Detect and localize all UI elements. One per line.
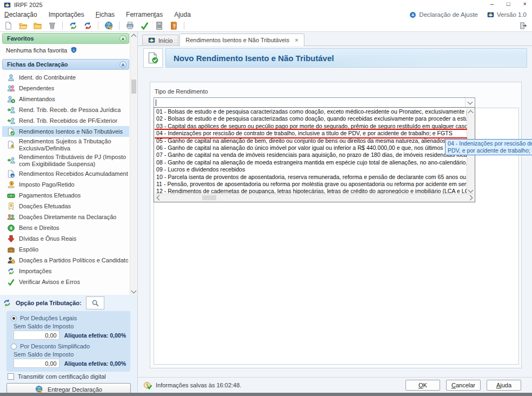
dropdown-item-11[interactable]: 11 - Pensão, proventos de aposentadoria … bbox=[155, 181, 467, 188]
certificacao-label: Transmitir com certificação digital bbox=[18, 373, 106, 380]
sidebar-item-importacoes[interactable]: Importações bbox=[2, 266, 129, 276]
tipo-rendimento-combobox[interactable] bbox=[154, 97, 475, 108]
doc-check-icon bbox=[7, 128, 15, 136]
sidebar-item-imposto-pago[interactable]: $Imposto Pago/Retido bbox=[2, 179, 129, 190]
tab-close-icon[interactable]: × bbox=[295, 37, 298, 43]
calculator-button[interactable] bbox=[153, 20, 165, 31]
help-book-icon: ? bbox=[169, 21, 178, 30]
saldo-input-1[interactable]: 0,00 bbox=[14, 331, 59, 340]
dropdown-hscroll-thumb[interactable] bbox=[202, 195, 216, 200]
menu-fichas[interactable]: Fichas bbox=[96, 11, 115, 18]
radio-button-unselected[interactable] bbox=[11, 344, 17, 349]
dropdown-item-03[interactable]: 03 - Capital das apólices de seguro ou p… bbox=[155, 123, 467, 130]
radio-desconto-simplificado[interactable]: Por Desconto Simplificado bbox=[11, 343, 126, 349]
saldo-input-2[interactable]: 0,00 bbox=[14, 359, 59, 368]
maximize-button[interactable]: □ bbox=[507, 1, 510, 7]
svg-text:i: i bbox=[74, 48, 75, 52]
dropdown-item-08[interactable]: 08 - Ganho de capital na alienação de mo… bbox=[155, 159, 467, 166]
collapse-favorites-icon[interactable] bbox=[119, 35, 127, 42]
dropdown-scroll-up-icon[interactable] bbox=[467, 108, 474, 115]
sidebar-item-dependentes[interactable]: Dependentes bbox=[2, 83, 129, 94]
new-declaration-button[interactable] bbox=[2, 20, 14, 31]
dropdown-item-02[interactable]: 02 - Bolsas de estudo e de pesquisa cara… bbox=[155, 115, 467, 122]
help-button[interactable]: ? bbox=[168, 20, 179, 31]
sidebar-item-doacoes-declaracao[interactable]: Doações Diretamente na Declaração bbox=[2, 212, 129, 222]
opcao-tributacao-bar: Opção pela Tributação: bbox=[0, 296, 137, 310]
radio-button-selected[interactable] bbox=[11, 315, 17, 321]
dropdown-item-06[interactable]: 06 - Ganho de capital na alienação do ún… bbox=[155, 144, 467, 151]
sidebar-item-rend-pj[interactable]: Rend. Trib. Receb. de Pessoa Jurídica bbox=[2, 104, 129, 115]
menu-importacoes[interactable]: Importações bbox=[49, 11, 84, 18]
dropdown-scroll-right-icon[interactable] bbox=[467, 194, 474, 201]
minimize-button[interactable]: – bbox=[490, 1, 494, 7]
sidebar-item-bens-direitos[interactable]: $Bens e Direitos bbox=[2, 222, 129, 233]
exit-door-icon bbox=[518, 21, 528, 30]
sidebar-item-rend-pf-exterior[interactable]: Rend. Trib. Recebidos de PF/Exterior bbox=[2, 115, 129, 126]
favorites-empty-row: Nenhuma ficha favorita i bbox=[6, 47, 77, 54]
open-declaration-button[interactable] bbox=[17, 20, 29, 31]
radio-desconto-label: Por Desconto Simplificado bbox=[20, 343, 90, 349]
certificacao-checkbox[interactable] bbox=[8, 373, 14, 380]
dropdown-item-09[interactable]: 09 - Lucros e dividendos recebidos bbox=[155, 166, 467, 173]
fichas-title: Fichas da Declaração bbox=[7, 61, 68, 68]
sidebar-item-espolio[interactable]: Espólio bbox=[2, 244, 129, 255]
delete-declaration-button[interactable] bbox=[46, 20, 58, 31]
tipo-rendimento-label: Tipo de Rendimento bbox=[155, 88, 208, 95]
dropdown-rows: 01 - Bolsas de estudo e de pesquisa cara… bbox=[155, 108, 467, 194]
sidebar-item-dividas-onus[interactable]: Dívidas e Ônus Reais bbox=[2, 233, 129, 244]
close-button[interactable]: × bbox=[523, 1, 527, 7]
window-titlebar: IRPF 2025 – □ × bbox=[0, 0, 532, 10]
person-plus-icon bbox=[7, 95, 15, 103]
combobox-dropdown-button[interactable] bbox=[465, 98, 475, 107]
ok-button[interactable]: OK bbox=[405, 380, 440, 391]
sidebar-item-tributacao-exclusiva[interactable]: Rendimentos Sujeitos à Tributação Exclus… bbox=[2, 137, 129, 153]
verify-button[interactable] bbox=[138, 20, 150, 31]
sidebar-item-doacoes-efetuadas[interactable]: $Doações Efetuadas bbox=[2, 201, 129, 212]
help-button[interactable]: Ajuda bbox=[487, 380, 521, 391]
dropdown-scroll-left-icon[interactable] bbox=[155, 194, 162, 201]
radio-deducoes-legais[interactable]: Por Deduções Legais bbox=[11, 315, 126, 321]
import-icon bbox=[69, 21, 78, 30]
search-button[interactable] bbox=[86, 296, 104, 309]
sidebar-item-recebidos-acumuladamente[interactable]: aRendimentos Recebidos Acumuladamente bbox=[2, 168, 129, 179]
transmit-button[interactable] bbox=[103, 20, 115, 31]
dropdown-item-01[interactable]: 01 - Bolsas de estudo e de pesquisa cara… bbox=[155, 108, 467, 115]
aliquota-label-2: Alíquota efetiva: 0,00% bbox=[64, 360, 126, 367]
sidebar-item-exigibilidade-suspensa[interactable]: Rendimentos Tributáveis de PJ (Imposto c… bbox=[2, 153, 129, 168]
dropdown-item-10[interactable]: 10 - Parcela isenta de proventos de apos… bbox=[155, 174, 467, 181]
sidebar-item-ident-contribuinte[interactable]: Ident. do Contribuinte bbox=[2, 72, 129, 83]
scrollbar-thumb[interactable] bbox=[131, 80, 136, 94]
sidebar-item-rendimentos-isentos[interactable]: Rendimentos Isentos e Não Tributáveis bbox=[2, 126, 129, 137]
menu-ajuda[interactable]: Ajuda bbox=[174, 11, 191, 18]
dropdown-item-05[interactable]: 05 - Ganho de capital na alienação de be… bbox=[155, 137, 467, 144]
exit-button[interactable] bbox=[517, 20, 529, 31]
import-button[interactable] bbox=[67, 20, 79, 31]
window-title: IRPF 2025 bbox=[14, 2, 43, 8]
collapse-fichas-icon[interactable] bbox=[119, 61, 127, 68]
scroll-down-icon[interactable] bbox=[130, 288, 137, 295]
person-icon bbox=[7, 74, 15, 82]
menu-ferramentas[interactable]: Ferramentas bbox=[126, 11, 163, 18]
tab-inicio[interactable]: Início bbox=[142, 35, 178, 45]
sidebar-item-doacoes-partidos[interactable]: Doações a Partidos Políticos e Candidato… bbox=[2, 255, 129, 266]
sidebar-item-alimentandos[interactable]: Alimentandos bbox=[2, 94, 129, 104]
red-arrow-icon bbox=[7, 235, 15, 243]
sidebar-item-pagamentos-efetuados[interactable]: Pagamentos Efetuados bbox=[2, 190, 129, 201]
globe-icon bbox=[35, 385, 43, 393]
search-icon bbox=[91, 299, 99, 307]
sidebar-item-verificar-avisos[interactable]: Verificar Avisos e Erros bbox=[2, 276, 129, 287]
menu-declaracao[interactable]: Declaração bbox=[4, 11, 37, 18]
tab-rendimentos-isentos[interactable]: Rendimentos Isentos e Não Tributáveis × bbox=[179, 34, 304, 46]
arrow-person-icon bbox=[7, 106, 15, 114]
dropdown-item-04-highlighted[interactable]: 04 - Indenizações por rescisão de contra… bbox=[155, 130, 467, 137]
folder-button[interactable] bbox=[31, 20, 43, 31]
scroll-up-icon[interactable] bbox=[130, 32, 137, 39]
print-button[interactable] bbox=[124, 20, 136, 31]
dropdown-item-07[interactable]: 07 - Ganho de capital na venda de imóvei… bbox=[155, 151, 467, 159]
sem-saldo-label-2: Sem Saldo de Imposto bbox=[14, 351, 126, 358]
sidebar-scrollbar[interactable] bbox=[130, 32, 137, 295]
import-backup-button[interactable] bbox=[82, 20, 94, 31]
favorites-header: Favoritos bbox=[2, 33, 129, 44]
dropdown-horizontal-scrollbar[interactable] bbox=[155, 194, 474, 201]
cancel-button[interactable]: Cancelar bbox=[446, 380, 481, 391]
